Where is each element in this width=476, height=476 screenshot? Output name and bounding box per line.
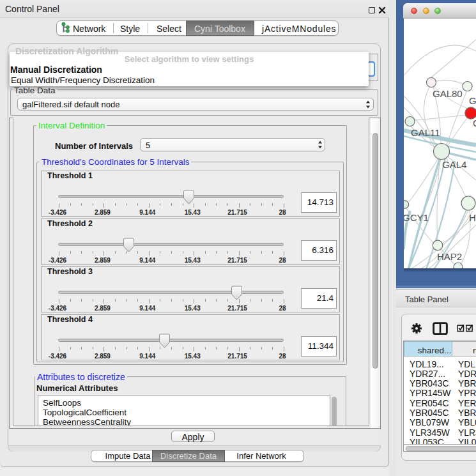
svg-text:HAP2: HAP2 — [437, 251, 462, 262]
svg-text:GAL11: GAL11 — [411, 127, 440, 138]
svg-text:GCY1: GCY1 — [404, 212, 429, 223]
svg-text:GA: GA — [469, 95, 476, 106]
svg-text:C: C — [473, 118, 476, 128]
svg-text:HI: HI — [469, 212, 476, 223]
svg-text:GAL4: GAL4 — [442, 159, 466, 170]
svg-text:GAL80: GAL80 — [433, 88, 463, 99]
